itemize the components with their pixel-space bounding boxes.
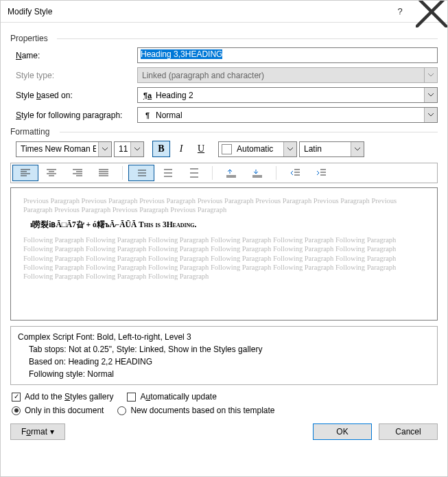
paragraph-icon: ¶ (142, 111, 153, 119)
italic-button[interactable]: I (172, 141, 190, 157)
spacing-1.5-button[interactable] (154, 165, 180, 181)
preview-following-text: Following Paragraph Following Paragraph … (23, 235, 425, 281)
preview-box: Previous Paragraph Previous Paragraph Pr… (10, 187, 438, 321)
space-before-inc-button[interactable] (218, 165, 244, 181)
desc-line: Complex Script Font: Bold, Left-to-right… (18, 331, 430, 343)
chevron-down-icon (424, 68, 437, 82)
checkbox-icon (12, 393, 21, 402)
preview-sample-text: ı唠裂iʙĀ□Ā7旮 + ó糬ъĀ⌐ĀŪĀ This is 3Heading. (30, 220, 425, 230)
spacing-1-button[interactable] (128, 165, 154, 181)
radio-icon (117, 406, 126, 415)
desc-line: Following style: Normal (18, 368, 430, 380)
chevron-down-icon[interactable] (98, 142, 111, 156)
close-icon (416, 0, 447, 27)
radio-new-documents[interactable]: New documents based on this template (117, 406, 274, 415)
fontcolor-combo[interactable]: Automatic (218, 141, 297, 157)
basedon-combo[interactable]: ¶a Heading 2 (137, 87, 438, 103)
format-button[interactable]: Format ▾ (10, 423, 65, 440)
group-formatting: Formatting (10, 127, 438, 137)
style-description: Complex Script Font: Bold, Left-to-right… (10, 326, 438, 385)
following-combo[interactable]: ¶ Normal (137, 107, 438, 123)
radio-icon (12, 406, 21, 415)
align-center-button[interactable] (38, 165, 64, 181)
indent-decrease-button[interactable] (282, 165, 308, 181)
spacing-2-button[interactable] (180, 165, 207, 181)
desc-line: Based on: Heading 2,2 HEADING (18, 356, 430, 368)
name-input[interactable]: Heading 3,3HEADING (137, 47, 438, 63)
chevron-down-icon[interactable] (351, 142, 364, 156)
help-button[interactable] (384, 1, 416, 22)
dialog-title: Modify Style (8, 7, 52, 16)
chevron-down-icon[interactable] (283, 142, 296, 156)
paragraph-toolbar (10, 163, 438, 183)
chevron-down-icon: ▾ (50, 427, 54, 437)
align-justify-button[interactable] (91, 165, 117, 181)
checkbox-add-gallery[interactable]: Add to the Styles gallery (12, 392, 113, 402)
chevron-down-icon[interactable] (424, 88, 437, 102)
lang-combo[interactable]: Latin (299, 141, 364, 157)
checkbox-icon (127, 393, 136, 402)
close-button[interactable] (416, 1, 447, 22)
fontcolor-icon (222, 144, 232, 154)
font-combo[interactable]: Times New Roman Bold (16, 141, 112, 157)
checkbox-auto-update[interactable]: Automatically update (127, 392, 216, 402)
label-styletype: Style type: (10, 71, 137, 80)
bold-button[interactable]: B (152, 141, 170, 157)
chevron-down-icon[interactable] (424, 108, 437, 122)
align-left-button[interactable] (12, 165, 38, 181)
ok-button[interactable]: OK (313, 423, 372, 440)
group-properties: Properties (10, 34, 438, 43)
align-right-button[interactable] (64, 165, 91, 181)
preview-previous-text: Previous Paragraph Previous Paragraph Pr… (23, 196, 425, 214)
cancel-button[interactable]: Cancel (379, 423, 438, 440)
space-before-dec-button[interactable] (244, 165, 270, 181)
indent-increase-button[interactable] (308, 165, 334, 181)
styletype-combo: Linked (paragraph and character) (137, 67, 438, 83)
underline-button[interactable]: U (192, 141, 210, 157)
titlebar: Modify Style (1, 1, 447, 23)
label-basedon: Style based on: (10, 91, 137, 100)
label-name: Name: (10, 51, 137, 60)
desc-line: Tab stops: Not at 0.25", Style: Linked, … (18, 343, 430, 356)
label-following: Style for following paragraph: (10, 110, 137, 120)
radio-only-document[interactable]: Only in this document (12, 406, 104, 415)
size-combo[interactable]: 11 (114, 141, 144, 157)
paragraph-style-icon: ¶a (142, 91, 153, 100)
chevron-down-icon[interactable] (130, 142, 143, 156)
